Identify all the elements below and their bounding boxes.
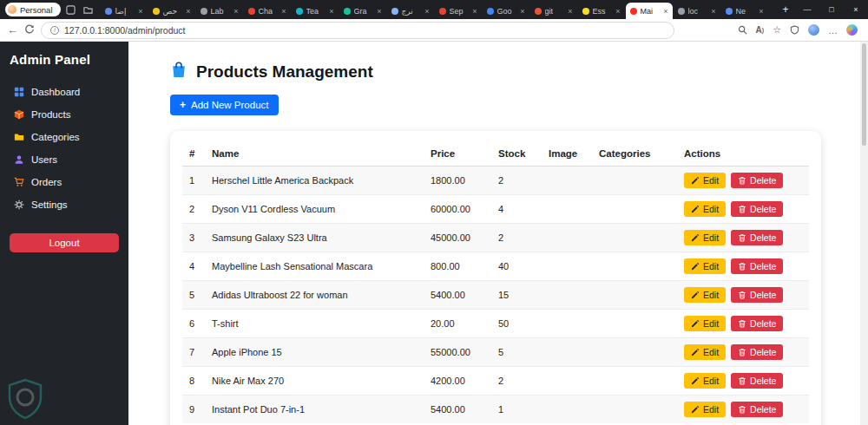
tab-close-icon[interactable]: × [329, 7, 333, 16]
sidebar-item-settings[interactable]: Settings [0, 193, 128, 216]
tab-favicon [391, 8, 398, 15]
tab-close-icon[interactable]: × [711, 7, 715, 16]
browser-profile-avatar[interactable] [808, 24, 819, 36]
actions-cell: EditDelete [677, 338, 809, 367]
scrollbar-thumb[interactable] [862, 43, 866, 146]
edit-button[interactable]: Edit [684, 201, 726, 217]
price-cell: 55000.00 [424, 338, 491, 367]
edit-button[interactable]: Edit [684, 373, 726, 389]
row-number: 4 [182, 252, 205, 281]
tab-close-icon[interactable]: × [377, 7, 381, 16]
site-info-icon[interactable]: i [50, 26, 59, 35]
browser-tab[interactable]: Ess× [578, 3, 625, 19]
delete-button[interactable]: Delete [731, 344, 783, 360]
browser-tab[interactable]: Mai× [626, 3, 673, 19]
sidebar-item-orders[interactable]: Orders [0, 171, 128, 193]
browser-tab[interactable]: حص× [148, 3, 195, 19]
tab-close-icon[interactable]: × [186, 7, 190, 16]
favorites-star-icon[interactable]: ☆ [773, 24, 781, 36]
zoom-icon[interactable] [738, 25, 747, 35]
tab-close-icon[interactable]: × [281, 7, 286, 16]
address-bar[interactable]: i 127.0.0.1:8000/admin/product [41, 22, 674, 39]
browser-tab[interactable]: Tea× [292, 3, 339, 19]
new-tab-button[interactable]: + [778, 3, 793, 16]
sidebar-menu: DashboardProductsCategoriesUsersOrdersSe… [0, 81, 128, 216]
sidebar-item-products[interactable]: Products [0, 103, 128, 126]
delete-button[interactable]: Delete [731, 230, 783, 245]
tab-close-icon[interactable]: × [233, 7, 238, 16]
edit-button[interactable]: Edit [684, 344, 726, 360]
close-button[interactable]: × [844, 0, 868, 19]
logout-button[interactable]: Logout [10, 233, 119, 252]
edit-button[interactable]: Edit [684, 316, 726, 331]
add-new-product-button[interactable]: + Add New Product [170, 95, 279, 115]
trash-icon [738, 348, 746, 356]
product-name-cell: Maybelline Lash Sensational Mascara [205, 252, 424, 281]
browser-tab[interactable]: Lab× [196, 3, 243, 19]
tab-close-icon[interactable]: × [424, 7, 429, 16]
tab-close-icon[interactable]: × [568, 7, 572, 16]
tab-close-icon[interactable]: × [138, 7, 142, 16]
plus-icon: + [180, 100, 186, 110]
browser-tab[interactable]: Goo× [483, 3, 529, 19]
categories-cell [592, 224, 677, 252]
tab-close-icon[interactable]: × [663, 7, 667, 16]
refresh-icon[interactable] [24, 24, 35, 36]
categories-cell [592, 167, 677, 195]
delete-button[interactable]: Delete [731, 316, 783, 331]
table-row: 9Instant Pot Duo 7-in-15400.001EditDelet… [182, 396, 809, 424]
column-header: Stock [491, 141, 542, 167]
browser-tab[interactable]: git× [530, 3, 577, 19]
profile-label: Personal [20, 5, 53, 15]
minimize-button[interactable]: — [795, 0, 819, 19]
edit-button[interactable]: Edit [684, 173, 726, 188]
tab-close-icon[interactable]: × [472, 7, 477, 16]
delete-button[interactable]: Delete [731, 402, 783, 417]
delete-button[interactable]: Delete [731, 201, 783, 217]
tab-actions-icon[interactable] [82, 3, 95, 16]
edit-button[interactable]: Edit [684, 258, 726, 274]
edit-button[interactable]: Edit [684, 287, 726, 303]
categories-cell [592, 195, 677, 224]
price-cell: 45000.00 [424, 224, 491, 252]
product-name-cell: Adidas Ultraboost 22 for woman [205, 281, 424, 310]
delete-button-label: Delete [750, 404, 776, 415]
tab-close-icon[interactable]: × [615, 7, 620, 16]
browser-tab[interactable]: إضا× [101, 3, 148, 19]
edit-button[interactable]: Edit [684, 230, 726, 245]
delete-button-label: Delete [750, 204, 776, 214]
price-cell: 60000.00 [424, 195, 491, 224]
add-button-label: Add New Product [191, 100, 269, 110]
sidebar-item-dashboard[interactable]: Dashboard [0, 81, 128, 103]
browser-tab[interactable]: نرج× [387, 3, 434, 19]
tab-close-icon[interactable]: × [759, 7, 763, 16]
browser-tab[interactable]: loc× [674, 3, 720, 19]
browser-essentials-icon[interactable] [790, 25, 799, 35]
browser-tab[interactable]: Cha× [244, 3, 291, 19]
back-icon[interactable]: ← [7, 24, 18, 36]
settings-ellipsis-icon[interactable]: … [828, 25, 838, 36]
copilot-icon[interactable] [846, 24, 858, 36]
browser-tab[interactable]: Ne× [721, 3, 768, 19]
edit-button[interactable]: Edit [684, 402, 726, 417]
delete-button[interactable]: Delete [731, 373, 783, 389]
categories-cell [592, 252, 677, 281]
workspaces-icon[interactable] [64, 3, 78, 16]
vertical-scrollbar[interactable] [860, 42, 868, 425]
browser-tab[interactable]: Gra× [339, 3, 386, 19]
read-aloud-icon[interactable]: A) [756, 25, 765, 35]
maximize-button[interactable]: □ [819, 0, 844, 19]
browser-tab[interactable]: Sep× [435, 3, 482, 19]
pencil-icon [691, 262, 700, 271]
tab-close-icon[interactable]: × [520, 7, 524, 16]
delete-button[interactable]: Delete [731, 258, 783, 274]
categories-cell [592, 281, 677, 310]
tab-favicon [439, 8, 446, 15]
column-header: # [182, 141, 205, 167]
pencil-icon [691, 176, 700, 185]
delete-button[interactable]: Delete [731, 173, 783, 188]
delete-button[interactable]: Delete [731, 287, 783, 303]
browser-profile-button[interactable]: Personal [5, 3, 61, 16]
sidebar-item-users[interactable]: Users [0, 148, 128, 171]
sidebar-item-categories[interactable]: Categories [0, 126, 128, 148]
